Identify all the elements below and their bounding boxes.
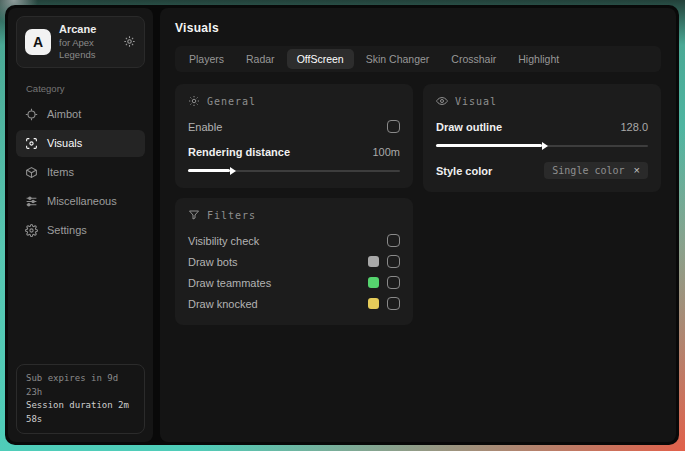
visibility-check-label: Visibility check <box>188 235 259 247</box>
eye-scan-icon <box>25 137 38 150</box>
visual-panel-header: Visual <box>436 95 648 107</box>
eye-icon <box>436 95 448 107</box>
draw-outline-row: Draw outline 128.0 <box>436 116 648 137</box>
style-color-value: Single color <box>552 165 624 176</box>
rendering-distance-value: 100m <box>372 146 400 158</box>
sidebar-item-label: Items <box>47 166 74 178</box>
draw-teammates-checkbox[interactable] <box>387 276 400 289</box>
tab-players[interactable]: Players <box>179 49 234 69</box>
sidebar: A Arcane for Apex Legends Category <box>8 8 153 442</box>
visibility-check-row: Visibility check <box>188 230 400 251</box>
draw-teammates-label: Draw teammates <box>188 277 271 289</box>
draw-knocked-color-swatch[interactable] <box>368 298 379 309</box>
visibility-check-checkbox[interactable] <box>387 234 400 247</box>
visual-panel: Visual Draw outline 128.0 Style color Si… <box>423 84 661 192</box>
tab-offscreen[interactable]: OffScreen <box>287 49 354 69</box>
subscription-card: Sub expires in 9d 23h Session duration 2… <box>16 364 145 434</box>
tab-crosshair[interactable]: Crosshair <box>441 49 506 69</box>
category-label: Category <box>26 83 135 94</box>
filters-panel: Filters Visibility check Draw bots <box>175 198 413 325</box>
general-panel: General Enable Rendering distance 100m <box>175 84 413 188</box>
page-title: Visuals <box>175 21 661 35</box>
draw-teammates-color-swatch[interactable] <box>368 277 379 288</box>
gear-icon[interactable] <box>123 35 136 48</box>
filters-panel-header: Filters <box>188 209 400 221</box>
draw-bots-row: Draw bots <box>188 251 400 272</box>
general-panel-header: General <box>188 95 400 107</box>
draw-outline-label: Draw outline <box>436 121 502 133</box>
draw-bots-color-swatch[interactable] <box>368 256 379 267</box>
main-content: Visuals Players Radar OffScreen Skin Cha… <box>160 8 676 442</box>
tab-highlight[interactable]: Highlight <box>508 49 569 69</box>
style-color-select[interactable]: Single color × <box>544 162 648 179</box>
style-color-label: Style color <box>436 165 492 177</box>
right-column: Visual Draw outline 128.0 Style color Si… <box>423 84 661 192</box>
draw-knocked-label: Draw knocked <box>188 298 258 310</box>
box-icon <box>25 166 38 179</box>
slider-fill <box>188 169 230 172</box>
enable-checkbox[interactable] <box>387 120 400 133</box>
app-title: Arcane <box>59 23 115 37</box>
rendering-distance-row: Rendering distance 100m <box>188 141 400 162</box>
panel-title: General <box>207 96 256 107</box>
funnel-icon <box>188 209 200 221</box>
sidebar-item-settings[interactable]: Settings <box>16 217 145 244</box>
sidebar-item-items[interactable]: Items <box>16 159 145 186</box>
draw-knocked-row: Draw knocked <box>188 293 400 314</box>
sidebar-item-visuals[interactable]: Visuals <box>16 130 145 157</box>
app-meta: Arcane for Apex Legends <box>59 23 115 61</box>
sidebar-item-miscellaneous[interactable]: Miscellaneous <box>16 188 145 215</box>
sliders-icon <box>25 195 38 208</box>
draw-knocked-checkbox[interactable] <box>387 297 400 310</box>
sidebar-item-label: Miscellaneous <box>47 195 117 207</box>
sidebar-item-label: Settings <box>47 224 87 236</box>
tab-radar[interactable]: Radar <box>236 49 285 69</box>
left-column: General Enable Rendering distance 100m <box>175 84 413 325</box>
session-duration-text: Session duration 2m 58s <box>26 399 135 426</box>
app-window: A Arcane for Apex Legends Category <box>5 5 679 445</box>
close-icon[interactable]: × <box>634 165 640 176</box>
slider-fill <box>436 144 542 147</box>
draw-outline-slider[interactable] <box>436 140 648 152</box>
sidebar-nav: Aimbot Visuals Items <box>16 101 145 244</box>
tab-skin-changer[interactable]: Skin Changer <box>356 49 440 69</box>
rendering-distance-label: Rendering distance <box>188 146 290 158</box>
sun-icon <box>188 95 200 107</box>
draw-outline-value: 128.0 <box>620 121 648 133</box>
tab-bar: Players Radar OffScreen Skin Changer Cro… <box>175 46 661 72</box>
style-color-row: Style color Single color × <box>436 160 648 181</box>
sidebar-item-label: Visuals <box>47 137 82 149</box>
crosshair-icon <box>25 108 38 121</box>
enable-row: Enable <box>188 116 400 137</box>
panel-title: Visual <box>455 96 497 107</box>
sub-expires-text: Sub expires in 9d 23h <box>26 372 135 399</box>
rendering-distance-slider[interactable] <box>188 165 400 177</box>
sidebar-item-aimbot[interactable]: Aimbot <box>16 101 145 128</box>
draw-teammates-row: Draw teammates <box>188 272 400 293</box>
app-logo: A <box>25 29 51 55</box>
tab-content: General Enable Rendering distance 100m <box>175 84 661 325</box>
enable-label: Enable <box>188 121 222 133</box>
draw-bots-label: Draw bots <box>188 256 238 268</box>
logo-card: A Arcane for Apex Legends <box>16 16 145 68</box>
app-subtitle: for Apex Legends <box>59 37 115 61</box>
sidebar-item-label: Aimbot <box>47 108 81 120</box>
panel-title: Filters <box>207 210 256 221</box>
gear-icon <box>25 224 38 237</box>
draw-bots-checkbox[interactable] <box>387 255 400 268</box>
